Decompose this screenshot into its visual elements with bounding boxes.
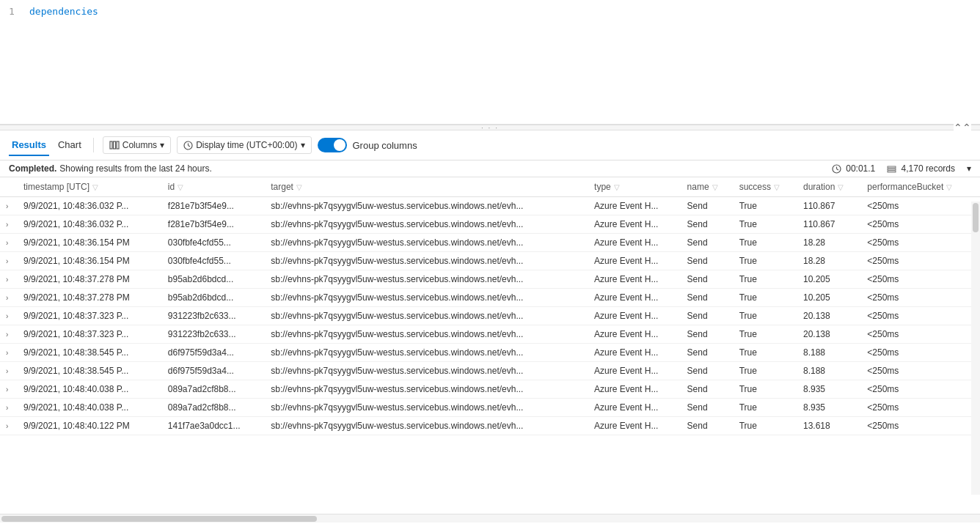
table-row[interactable]: ›9/9/2021, 10:48:36.154 PM030fbfe4cfd55.… bbox=[0, 252, 980, 270]
cell-target: sb://evhns-pk7qsyygvl5uw-westus.serviceb… bbox=[265, 417, 588, 435]
cell-name: Send bbox=[681, 362, 734, 380]
cell-id: 030fbfe4cfd55... bbox=[162, 234, 265, 252]
group-columns-toggle[interactable] bbox=[318, 138, 347, 152]
row-expand-btn[interactable]: › bbox=[0, 252, 18, 270]
horizontal-scrollbar-thumb[interactable] bbox=[1, 516, 317, 522]
cell-target: sb://evhns-pk7qsyygvl5uw-westus.serviceb… bbox=[265, 197, 588, 215]
col-timestamp[interactable]: timestamp [UTC] ▽ bbox=[18, 177, 162, 197]
table-row[interactable]: ›9/9/2021, 10:48:37.323 P...931223fb2c63… bbox=[0, 325, 980, 344]
display-time-button[interactable]: Display time (UTC+00:00) ▾ bbox=[177, 136, 311, 154]
row-expand-btn[interactable]: › bbox=[0, 270, 18, 289]
cell-success: True bbox=[734, 325, 797, 344]
cell-timestamp: 9/9/2021, 10:48:40.122 PM bbox=[18, 417, 162, 435]
col-target-label: target bbox=[271, 182, 293, 192]
row-expand-btn[interactable]: › bbox=[0, 197, 18, 215]
vertical-scrollbar-thumb[interactable] bbox=[973, 203, 979, 232]
table-row[interactable]: ›9/9/2021, 10:48:40.038 P...089a7ad2cf8b… bbox=[0, 399, 980, 417]
svg-rect-9 bbox=[888, 166, 896, 168]
row-expand-btn[interactable]: › bbox=[0, 362, 18, 380]
cell-name: Send bbox=[681, 307, 734, 325]
cell-duration: 18.28 bbox=[797, 252, 861, 270]
row-expand-btn[interactable]: › bbox=[0, 344, 18, 362]
cell-target: sb://evhns-pk7qsyygvl5uw-westus.serviceb… bbox=[265, 380, 588, 399]
tab-results[interactable]: Results bbox=[9, 135, 49, 156]
cell-id: 931223fb2c633... bbox=[162, 325, 265, 344]
tab-chart[interactable]: Chart bbox=[55, 135, 84, 156]
row-expand-btn[interactable]: › bbox=[0, 380, 18, 399]
col-id[interactable]: id ▽ bbox=[162, 177, 265, 197]
svg-rect-1 bbox=[113, 141, 115, 149]
collapse-button[interactable]: ⌃⌃ bbox=[954, 122, 971, 133]
row-expand-btn[interactable]: › bbox=[0, 399, 18, 417]
table-row[interactable]: ›9/9/2021, 10:48:38.545 P...d6f975f59d3a… bbox=[0, 362, 980, 380]
cell-duration: 10.205 bbox=[797, 289, 861, 307]
table-row[interactable]: ›9/9/2021, 10:48:37.323 P...931223fb2c63… bbox=[0, 307, 980, 325]
target-filter-icon[interactable]: ▽ bbox=[296, 183, 302, 191]
table-row[interactable]: ›9/9/2021, 10:48:37.278 PMb95ab2d6bdcd..… bbox=[0, 270, 980, 289]
cell-duration: 8.188 bbox=[797, 344, 861, 362]
cell-success: True bbox=[734, 307, 797, 325]
type-filter-icon[interactable]: ▽ bbox=[614, 183, 620, 191]
row-expand-btn[interactable]: › bbox=[0, 215, 18, 234]
cell-type: Azure Event H... bbox=[588, 215, 681, 234]
vertical-scrollbar[interactable] bbox=[971, 202, 980, 495]
svg-rect-11 bbox=[888, 171, 896, 172]
cell-duration: 8.188 bbox=[797, 362, 861, 380]
cell-id: b95ab2d6bdcd... bbox=[162, 289, 265, 307]
columns-icon bbox=[109, 140, 120, 150]
results-toolbar: Results Chart Columns ▾ Display time (UT… bbox=[0, 130, 980, 160]
cell-duration: 110.867 bbox=[797, 215, 861, 234]
table-row[interactable]: ›9/9/2021, 10:48:37.278 PMb95ab2d6bdcd..… bbox=[0, 289, 980, 307]
horizontal-scrollbar[interactable] bbox=[0, 514, 980, 523]
col-type[interactable]: type ▽ bbox=[588, 177, 681, 197]
table-row[interactable]: ›9/9/2021, 10:48:36.032 P...f281e7b3f54e… bbox=[0, 197, 980, 215]
expand-chevron-icon[interactable]: ▾ bbox=[967, 163, 971, 174]
cell-performanceBucket: <250ms bbox=[861, 270, 980, 289]
table-row[interactable]: ›9/9/2021, 10:48:36.032 P...f281e7b3f54e… bbox=[0, 215, 980, 234]
col-duration[interactable]: duration ▽ bbox=[797, 177, 861, 197]
row-expand-btn[interactable]: › bbox=[0, 417, 18, 435]
table-row[interactable]: ›9/9/2021, 10:48:38.545 P...d6f975f59d3a… bbox=[0, 344, 980, 362]
query-editor[interactable]: 1 dependencies bbox=[0, 0, 980, 125]
cell-timestamp: 9/9/2021, 10:48:40.038 P... bbox=[18, 380, 162, 399]
cell-name: Send bbox=[681, 417, 734, 435]
table-row[interactable]: ›9/9/2021, 10:48:36.154 PM030fbfe4cfd55.… bbox=[0, 234, 980, 252]
row-expand-btn[interactable]: › bbox=[0, 234, 18, 252]
success-filter-icon[interactable]: ▽ bbox=[774, 183, 780, 191]
cell-id: d6f975f59d3a4... bbox=[162, 344, 265, 362]
resize-handle[interactable]: · · · bbox=[0, 125, 980, 130]
status-prefix: Completed. bbox=[9, 163, 56, 174]
table-body: ›9/9/2021, 10:48:36.032 P...f281e7b3f54e… bbox=[0, 197, 980, 435]
cell-timestamp: 9/9/2021, 10:48:38.545 P... bbox=[18, 344, 162, 362]
col-name[interactable]: name ▽ bbox=[681, 177, 734, 197]
id-filter-icon[interactable]: ▽ bbox=[178, 183, 183, 191]
cell-success: True bbox=[734, 417, 797, 435]
cell-performanceBucket: <250ms bbox=[861, 399, 980, 417]
cell-timestamp: 9/9/2021, 10:48:40.038 P... bbox=[18, 399, 162, 417]
svg-rect-10 bbox=[888, 169, 896, 170]
timestamp-filter-icon[interactable]: ▽ bbox=[92, 183, 98, 191]
row-expand-btn[interactable]: › bbox=[0, 325, 18, 344]
col-target[interactable]: target ▽ bbox=[265, 177, 588, 197]
performancebucket-filter-icon[interactable]: ▽ bbox=[946, 183, 952, 191]
row-expand-btn[interactable]: › bbox=[0, 289, 18, 307]
table-row[interactable]: ›9/9/2021, 10:48:40.122 PM141f7ae3a0dcc1… bbox=[0, 417, 980, 435]
results-table: timestamp [UTC] ▽ id ▽ target ▽ bbox=[0, 177, 980, 435]
cell-performanceBucket: <250ms bbox=[861, 325, 980, 344]
cell-success: True bbox=[734, 234, 797, 252]
col-success[interactable]: success ▽ bbox=[734, 177, 797, 197]
status-message: Showing results from the last 24 hours. bbox=[59, 163, 211, 174]
row-expand-btn[interactable]: › bbox=[0, 307, 18, 325]
cell-duration: 20.138 bbox=[797, 325, 861, 344]
duration-filter-icon[interactable]: ▽ bbox=[838, 183, 844, 191]
col-id-label: id bbox=[168, 182, 175, 192]
cell-timestamp: 9/9/2021, 10:48:36.032 P... bbox=[18, 215, 162, 234]
display-time-label: Display time (UTC+00:00) bbox=[196, 140, 297, 150]
name-filter-icon[interactable]: ▽ bbox=[712, 183, 718, 191]
results-table-container[interactable]: timestamp [UTC] ▽ id ▽ target ▽ bbox=[0, 177, 980, 514]
columns-button[interactable]: Columns ▾ bbox=[103, 136, 171, 154]
table-row[interactable]: ›9/9/2021, 10:48:40.038 P...089a7ad2cf8b… bbox=[0, 380, 980, 399]
cell-duration: 20.138 bbox=[797, 307, 861, 325]
col-performancebucket[interactable]: performanceBucket ▽ bbox=[861, 177, 980, 197]
cell-duration: 8.935 bbox=[797, 380, 861, 399]
